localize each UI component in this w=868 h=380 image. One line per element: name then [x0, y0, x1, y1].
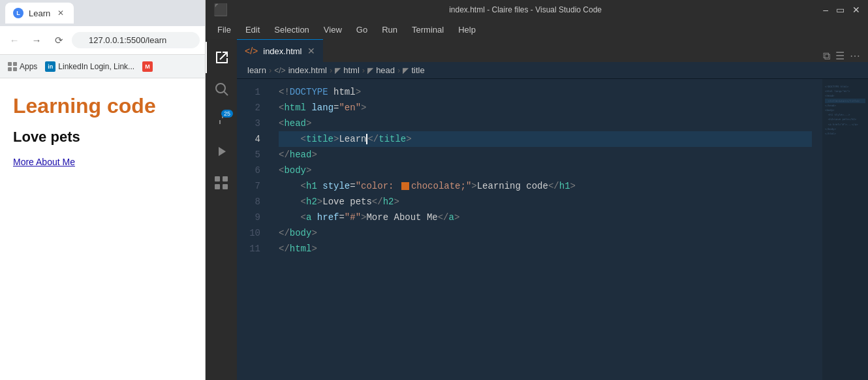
line-num-9: 9 — [255, 210, 260, 225]
browser-content: Learning code Love pets More About Me — [0, 78, 205, 380]
apps-bookmark[interactable]: Apps — [8, 62, 37, 71]
breadcrumb-learn[interactable]: learn — [247, 65, 266, 75]
browser-tab[interactable]: L Learn ✕ — [5, 3, 74, 24]
linkedin-bookmark[interactable]: in LinkedIn Login, Link... — [45, 61, 134, 72]
more-actions-icon[interactable]: ⋯ — [850, 50, 860, 62]
svg-line-1 — [225, 92, 228, 96]
page-heading-2: Love pets — [13, 129, 192, 146]
explorer-icon[interactable] — [206, 42, 237, 73]
code-line-10: </body> — [279, 225, 812, 241]
breadcrumb-file-icon: </> — [274, 66, 285, 75]
gmail-bookmark[interactable]: M — [142, 61, 153, 72]
vscode-menubar: File Edit Selection View Go Run Terminal… — [206, 20, 868, 39]
browser-titlebar: L Learn ✕ — [0, 0, 205, 26]
vscode-window-title: index.html - Claire files - Visual Studi… — [228, 5, 823, 14]
editor-tab-index-html[interactable]: </> index.html ✕ — [237, 39, 323, 62]
line-num-8: 8 — [255, 194, 260, 210]
extensions-icon[interactable] — [206, 167, 237, 198]
breadcrumb-head-icon: ◤ — [367, 66, 373, 75]
breadcrumb-title-icon: ◤ — [403, 66, 409, 75]
gmail-icon: M — [142, 61, 153, 72]
reload-button[interactable]: ⟳ — [50, 31, 68, 50]
tab-title: Learn — [29, 8, 50, 18]
svg-rect-5 — [215, 184, 220, 189]
editor-tabs: </> index.html ✕ ⧉ ☰ ⋯ — [237, 39, 868, 62]
menu-go[interactable]: Go — [350, 22, 374, 37]
svg-marker-2 — [219, 147, 226, 156]
minimap: <!DOCTYPE html> <html lang="en"> <head> … — [822, 79, 868, 380]
tab-favicon: L — [13, 8, 23, 18]
code-line-8: <h2>Love pets</h2> — [279, 194, 812, 210]
menu-run[interactable]: Run — [375, 22, 404, 37]
code-line-11: </html> — [279, 241, 812, 257]
vscode-logo: ⬛ — [213, 3, 228, 17]
vscode-titlebar: ⬛ index.html - Claire files - Visual Stu… — [206, 0, 868, 20]
line-num-6: 6 — [255, 163, 260, 178]
breadcrumb-html: html — [343, 65, 360, 75]
tab-close-button[interactable]: ✕ — [307, 46, 315, 56]
breadcrumb: learn › </> index.html › ◤ html › ◤ head… — [237, 62, 868, 79]
menu-view[interactable]: View — [317, 22, 349, 37]
code-line-4: <title>Learn</title> — [279, 131, 812, 147]
code-editor[interactable]: <!DOCTYPE html> <html lang="en"> <head> … — [268, 79, 822, 380]
line-num-4: 4 — [255, 131, 260, 147]
page-heading-1: Learning code — [13, 94, 192, 118]
linkedin-icon: in — [45, 61, 55, 72]
menu-terminal[interactable]: Terminal — [405, 22, 450, 37]
back-button[interactable]: ← — [5, 31, 23, 50]
address-wrapper: ● — [72, 32, 200, 48]
menu-edit[interactable]: Edit — [239, 22, 266, 37]
code-line-9: <a href="#">More About Me</a> — [279, 210, 812, 225]
activity-bar: 25 — [206, 39, 237, 380]
address-input[interactable] — [72, 32, 200, 48]
breadcrumb-head: head — [376, 65, 395, 75]
minimize-button[interactable]: – — [823, 5, 828, 15]
source-control-badge: 25 — [221, 110, 233, 118]
search-activity-icon[interactable] — [206, 73, 237, 104]
svg-point-0 — [216, 84, 225, 93]
split-editor-icon[interactable]: ⧉ — [823, 50, 830, 62]
bookmarks-bar: Apps in LinkedIn Login, Link... M — [0, 55, 205, 78]
breadcrumb-title: title — [411, 65, 424, 75]
line-numbers: 1 2 3 4 5 6 7 8 9 10 11 — [237, 79, 268, 380]
line-num-10: 10 — [249, 225, 260, 241]
breadcrumb-html-icon: ◤ — [335, 66, 341, 75]
vscode-main: </> index.html ✕ ⧉ ☰ ⋯ learn › </> index… — [237, 39, 868, 380]
code-line-1: <!DOCTYPE html> — [279, 84, 812, 100]
source-control-icon[interactable]: 25 — [206, 104, 237, 136]
window-controls: – ▭ ✕ — [823, 5, 860, 15]
tab-file-icon: </> — [245, 46, 258, 56]
tab-favicon-letter: L — [16, 10, 20, 16]
apps-label: Apps — [20, 62, 37, 71]
svg-rect-3 — [215, 176, 220, 182]
forward-button[interactable]: → — [27, 31, 46, 50]
line-num-2: 2 — [255, 100, 260, 116]
maximize-button[interactable]: ▭ — [836, 5, 845, 15]
editor-area: 1 2 3 4 5 6 7 8 9 10 11 <!DOCTYPE html> — [237, 79, 868, 380]
menu-selection[interactable]: Selection — [268, 22, 315, 37]
apps-icon — [8, 62, 17, 71]
toggle-panel-icon[interactable]: ☰ — [835, 50, 845, 62]
line-num-1: 1 — [255, 84, 260, 100]
tab-filename: index.html — [263, 46, 302, 56]
editor-tab-actions: ⧉ ☰ ⋯ — [815, 50, 868, 62]
more-about-me-link[interactable]: More About Me — [13, 157, 75, 167]
svg-rect-6 — [223, 184, 228, 189]
code-line-5: </head> — [279, 147, 812, 163]
vscode-body: 25 </> index.html ✕ ⧉ ☰ ⋯ — [206, 39, 868, 380]
close-window-button[interactable]: ✕ — [852, 5, 860, 15]
tab-close-button[interactable]: ✕ — [55, 8, 66, 18]
menu-file[interactable]: File — [211, 22, 238, 37]
code-line-3: <head> — [279, 116, 812, 131]
code-line-7: <h1 style="color: chocolate;">Learning c… — [279, 178, 812, 194]
linkedin-label: LinkedIn Login, Link... — [58, 62, 134, 71]
browser-panel: L Learn ✕ ← → ⟳ ● Apps in LinkedIn Login… — [0, 0, 206, 380]
run-debug-icon[interactable] — [206, 136, 237, 167]
browser-addressbar: ← → ⟳ ● — [0, 26, 205, 55]
svg-rect-4 — [223, 176, 228, 182]
breadcrumb-file: index.html — [288, 65, 327, 75]
line-num-7: 7 — [255, 178, 260, 194]
menu-help[interactable]: Help — [452, 22, 482, 37]
code-line-2: <html lang="en"> — [279, 100, 812, 116]
line-num-5: 5 — [255, 147, 260, 163]
